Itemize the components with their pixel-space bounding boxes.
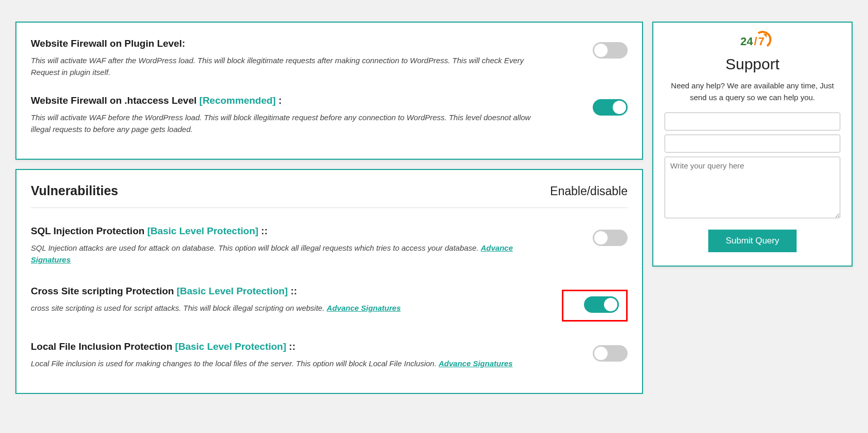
support-field-1[interactable] — [665, 112, 840, 130]
desc-text: SQL Injection attacks are used for attac… — [31, 243, 481, 252]
support-247-icon: 24/7 — [738, 33, 768, 50]
setting-title: Cross Site scripting Protection [Basic L… — [31, 286, 545, 297]
support-subtitle: Need any help? We are available any time… — [665, 80, 840, 103]
submit-query-button[interactable]: Submit Query — [708, 230, 797, 252]
support-panel: 24/7 Support Need any help? We are avail… — [652, 22, 853, 267]
firewall-panel: Website Firewall on Plugin Level: This w… — [15, 22, 643, 160]
setting-desc: SQL Injection attacks are used for attac… — [31, 242, 545, 266]
title-post: :: — [286, 341, 295, 352]
title-post: : — [276, 95, 282, 106]
setting-desc: This will activate WAF after the WordPre… — [31, 54, 545, 79]
setting-firewall-plugin: Website Firewall on Plugin Level: This w… — [31, 36, 628, 88]
setting-sql-injection: SQL Injection Protection [Basic Level Pr… — [31, 220, 628, 280]
setting-title: SQL Injection Protection [Basic Level Pr… — [31, 225, 545, 237]
toggle-lfi[interactable] — [593, 345, 628, 362]
toggle-firewall-htaccess[interactable] — [593, 99, 628, 116]
section-col2: Enable/disable — [550, 184, 628, 198]
setting-lfi: Local File Inclusion Protection [Basic L… — [31, 336, 628, 384]
desc-text: cross site scripting is used for script … — [31, 304, 327, 312]
setting-title: Local File Inclusion Protection [Basic L… — [31, 341, 545, 352]
title-tag: [Basic Level Protection] — [147, 225, 258, 236]
title-pre: Cross Site scripting Protection — [31, 286, 177, 296]
title-post: :: — [288, 286, 297, 296]
title-tag: [Recommended] — [199, 95, 276, 106]
support-query-textarea[interactable] — [665, 157, 840, 218]
vulnerabilities-panel: Vulnerabilities Enable/disable SQL Injec… — [15, 169, 643, 394]
title-tag: [Basic Level Protection] — [177, 286, 288, 296]
desc-text: This will activate WAF after the WordPre… — [31, 56, 524, 77]
section-header: Vulnerabilities Enable/disable — [31, 183, 628, 208]
setting-desc: cross site scripting is used for script … — [31, 302, 545, 314]
desc-text: This will activate WAF before the WordPr… — [31, 113, 531, 134]
title-pre: Website Firewall on Plugin Level: — [31, 38, 185, 49]
advance-signatures-link[interactable]: Advance Signatures — [439, 359, 513, 368]
setting-title: Website Firewall on Plugin Level: — [31, 38, 545, 49]
title-pre: SQL Injection Protection — [31, 225, 147, 236]
setting-desc: This will activate WAF before the WordPr… — [31, 111, 545, 136]
desc-text: Local File inclusion is used for making … — [31, 359, 439, 368]
advance-signatures-link[interactable]: Advance Signatures — [327, 304, 401, 312]
section-title: Vulnerabilities — [31, 183, 118, 198]
setting-firewall-htaccess: Website Firewall on .htaccess Level [Rec… — [31, 88, 628, 145]
setting-title: Website Firewall on .htaccess Level [Rec… — [31, 95, 545, 106]
toggle-xss[interactable] — [584, 296, 619, 313]
setting-desc: Local File inclusion is used for making … — [31, 357, 545, 369]
icon-24: 24 — [741, 35, 753, 48]
title-tag: [Basic Level Protection] — [175, 341, 286, 352]
support-title: Support — [665, 55, 840, 73]
support-field-2[interactable] — [665, 135, 840, 153]
title-post: :: — [258, 225, 268, 236]
toggle-firewall-plugin[interactable] — [593, 42, 628, 59]
toggle-sql-injection[interactable] — [593, 230, 628, 246]
setting-xss: Cross Site scripting Protection [Basic L… — [31, 280, 628, 336]
title-pre: Website Firewall on .htaccess Level — [31, 95, 199, 106]
title-pre: Local File Inclusion Protection — [31, 341, 175, 352]
